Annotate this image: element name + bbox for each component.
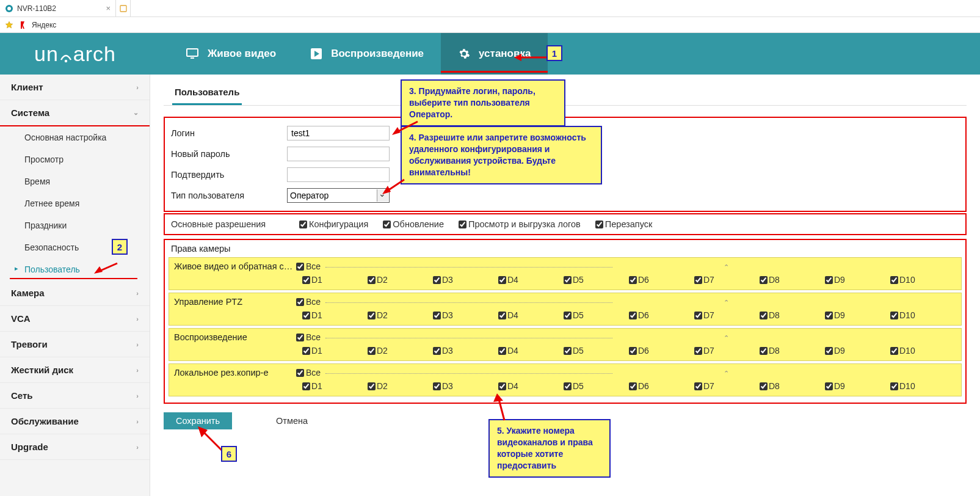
checkbox-all[interactable] [296,263,304,271]
checkbox-channel[interactable] [694,312,702,319]
perm-channel[interactable]: D9 [825,346,890,356]
perm-channel[interactable]: D1 [302,381,368,391]
browser-tab[interactable]: NVR-110B2 × [0,0,116,16]
perm-all[interactable]: Все [296,297,321,307]
checkbox-logs[interactable] [459,221,466,228]
checkbox-channel[interactable] [433,382,441,390]
checkbox-channel[interactable] [629,276,637,284]
checkbox-channel[interactable] [564,382,572,390]
sidebar-maint[interactable]: Обслуживание› [0,409,150,434]
perm-channel[interactable]: D9 [825,310,890,320]
checkbox-channel[interactable] [368,347,376,355]
checkbox-channel[interactable] [760,347,768,355]
checkbox-channel[interactable] [368,312,376,319]
checkbox-channel[interactable] [825,382,833,390]
checkbox-channel[interactable] [433,312,441,319]
cancel-button[interactable]: Отмена [264,412,320,429]
checkbox-all[interactable] [296,334,304,341]
perm-channel[interactable]: D2 [368,310,433,320]
perm-channel[interactable]: D1 [302,275,368,285]
perm-channel[interactable]: D5 [564,275,629,285]
confirm-password-input[interactable] [287,167,390,182]
checkbox-channel[interactable] [368,276,376,284]
sidebar-vca[interactable]: VCA› [0,306,150,332]
checkbox-all[interactable] [296,298,304,306]
checkbox-channel[interactable] [302,347,310,355]
checkbox-channel[interactable] [890,312,898,319]
perm-channel[interactable]: D8 [760,275,825,285]
sidebar-camera[interactable]: Камера› [0,280,150,306]
perm-channel[interactable]: D5 [564,381,629,391]
checkbox-channel[interactable] [433,347,441,355]
checkbox-channel[interactable] [302,312,310,319]
perm-channel[interactable]: D7 [694,346,760,356]
sidebar-system[interactable]: Система⌄ [0,100,150,126]
perm-channel[interactable]: D4 [498,275,564,285]
usertype-select[interactable]: Оператор [287,188,390,203]
perm-all[interactable]: Все [296,332,321,342]
collapse-icon[interactable]: ⌃ [724,299,729,307]
tab-user[interactable]: Пользователь [172,83,242,105]
checkbox-channel[interactable] [629,382,637,390]
perm-channel[interactable]: D3 [433,381,498,391]
checkbox-channel[interactable] [694,347,702,355]
perm-channel[interactable]: D4 [498,310,564,320]
perm-all[interactable]: Все [296,261,321,271]
checkbox-update[interactable] [383,221,391,228]
perm-update[interactable]: Обновление [383,219,444,229]
sidebar-item-preview[interactable]: Просмотр [0,148,150,170]
perm-channel[interactable]: D6 [629,346,694,356]
checkbox-channel[interactable] [564,276,572,284]
checkbox-channel[interactable] [760,312,768,319]
sidebar-item-user[interactable]: Пользователь [0,258,150,280]
sidebar-upgrade[interactable]: Upgrade› [0,434,150,460]
perm-channel[interactable]: D7 [694,275,760,285]
perm-channel[interactable]: D10 [890,310,956,320]
checkbox-restart[interactable] [595,221,603,228]
checkbox-channel[interactable] [302,276,310,284]
checkbox-channel[interactable] [433,276,441,284]
checkbox-channel[interactable] [498,276,506,284]
collapse-icon[interactable]: ⌃ [724,334,729,342]
perm-channel[interactable]: D2 [368,346,433,356]
checkbox-channel[interactable] [498,347,506,355]
perm-logs[interactable]: Просмотр и выгрузка логов [459,219,581,229]
perm-channel[interactable]: D9 [825,381,890,391]
perm-channel[interactable]: D8 [760,310,825,320]
bookmark-yandex[interactable]: Яндекс [32,21,56,29]
checkbox-channel[interactable] [564,347,572,355]
perm-channel[interactable]: D2 [368,381,433,391]
checkbox-channel[interactable] [760,382,768,390]
perm-channel[interactable]: D8 [760,346,825,356]
new-password-input[interactable] [287,147,390,161]
checkbox-channel[interactable] [629,347,637,355]
perm-channel[interactable]: D10 [890,346,956,356]
collapse-icon[interactable]: ⌃ [724,370,729,377]
checkbox-channel[interactable] [564,312,572,319]
perm-restart[interactable]: Перезапуск [595,219,653,229]
checkbox-config[interactable] [299,221,307,228]
nav-playback[interactable]: Воспроизведение [293,33,441,75]
perm-all[interactable]: Все [296,368,321,377]
checkbox-channel[interactable] [890,382,898,390]
perm-channel[interactable]: D4 [498,346,564,356]
checkbox-channel[interactable] [825,347,833,355]
tab-close-icon[interactable]: × [106,4,111,13]
sidebar-net[interactable]: Сеть› [0,383,150,409]
login-input[interactable] [287,126,390,140]
checkbox-channel[interactable] [368,382,376,390]
perm-channel[interactable]: D8 [760,381,825,391]
sidebar-item-basic[interactable]: Основная настройка [0,126,150,148]
perm-channel[interactable]: D6 [629,275,694,285]
checkbox-channel[interactable] [694,382,702,390]
checkbox-all[interactable] [296,369,304,377]
perm-channel[interactable]: D3 [433,346,498,356]
perm-channel[interactable]: D3 [433,310,498,320]
sidebar-client[interactable]: Клиент› [0,75,150,100]
checkbox-channel[interactable] [302,382,310,390]
checkbox-channel[interactable] [694,276,702,284]
perm-config[interactable]: Конфигурация [299,219,368,229]
perm-channel[interactable]: D7 [694,310,760,320]
sidebar-alarm[interactable]: Тревоги› [0,332,150,357]
checkbox-channel[interactable] [498,312,506,319]
